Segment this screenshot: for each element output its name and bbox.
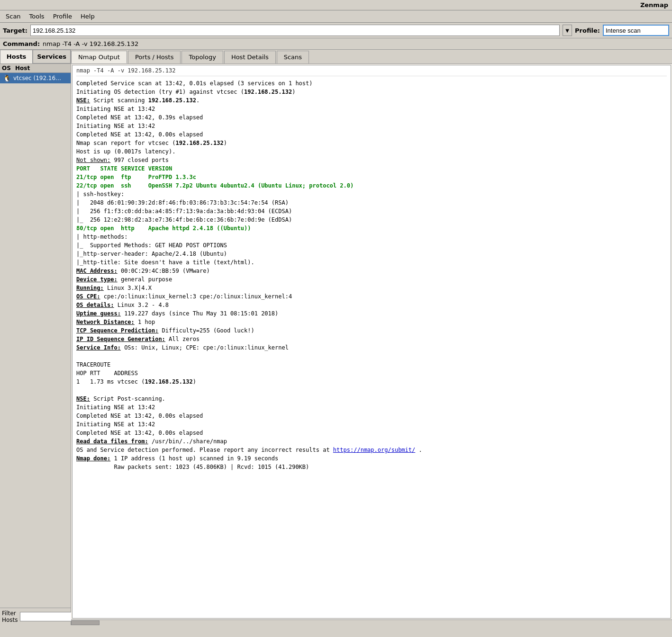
main-area: Hosts Services OS Host 🐧 vtcsec (192.16…… <box>0 50 672 625</box>
command-value: nmap -T4 -A -v 192.168.25.132 <box>43 40 138 47</box>
command-label: Command: <box>3 40 40 47</box>
tab-host-details[interactable]: Host Details <box>224 51 276 63</box>
right-panel: Nmap Output Ports / Hosts Topology Host … <box>71 50 672 625</box>
col-os-header: OS <box>2 65 15 72</box>
nmap-command-line: nmap -T4 -A -v 192.168.25.132 <box>76 67 667 76</box>
tab-topology[interactable]: Topology <box>182 51 223 63</box>
os-icon: 🐧 <box>2 74 11 82</box>
profile-input[interactable] <box>603 25 669 36</box>
tab-scans[interactable]: Scans <box>277 51 309 63</box>
horizontal-scrollbar[interactable] <box>71 619 672 625</box>
app-title: Zenmap <box>640 1 668 9</box>
filter-area: Filter Hosts <box>0 608 71 625</box>
scrollbar-thumb[interactable] <box>71 620 100 625</box>
toolbar-row: Target: ▼ Profile: <box>0 23 672 38</box>
nmap-output: Completed Service scan at 13:42, 0.01s e… <box>76 79 667 471</box>
nmap-output-container[interactable]: nmap -T4 -A -v 192.168.25.132 Completed … <box>72 65 671 619</box>
tab-ports-hosts[interactable]: Ports / Hosts <box>128 51 181 63</box>
menu-scan[interactable]: Scan <box>2 11 25 21</box>
host-item[interactable]: 🐧 vtcsec (192.16… <box>0 73 71 83</box>
menu-bar: Scan Tools Profile Help <box>0 10 672 23</box>
left-panel: Hosts Services OS Host 🐧 vtcsec (192.16…… <box>0 50 71 625</box>
menu-help[interactable]: Help <box>77 11 99 21</box>
profile-label: Profile: <box>575 27 600 34</box>
target-dropdown-button[interactable]: ▼ <box>563 25 572 36</box>
host-list-header: OS Host <box>0 64 71 73</box>
col-host-header: Host <box>15 65 69 72</box>
menu-profile[interactable]: Profile <box>49 11 76 21</box>
menu-tools[interactable]: Tools <box>26 11 48 21</box>
tab-hosts[interactable]: Hosts <box>0 50 33 63</box>
tab-services[interactable]: Services <box>33 50 71 63</box>
tab-nmap-output[interactable]: Nmap Output <box>71 51 127 63</box>
host-name: vtcsec (192.16… <box>13 75 61 81</box>
nmap-submit-link[interactable]: https://nmap.org/submit/ <box>333 447 415 453</box>
top-tabs: Nmap Output Ports / Hosts Topology Host … <box>71 50 672 64</box>
left-tabs: Hosts Services <box>0 50 71 64</box>
command-row: Command: nmap -T4 -A -v 192.168.25.132 <box>0 38 672 50</box>
target-input[interactable] <box>30 25 560 36</box>
filter-label: Filter Hosts <box>2 610 18 623</box>
title-bar: Zenmap <box>0 0 672 10</box>
target-label: Target: <box>3 27 27 34</box>
